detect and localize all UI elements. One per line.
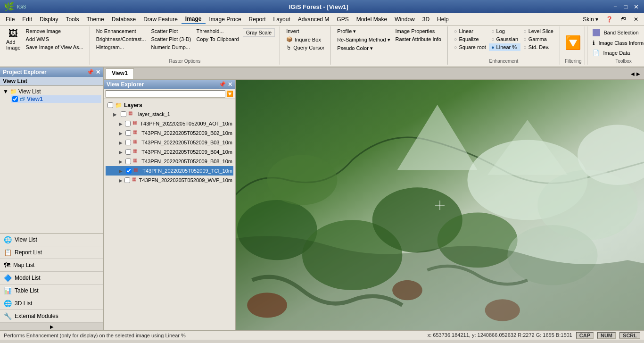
tab-view1[interactable]: View1 [106,68,134,79]
maximize-button[interactable]: □ [621,2,630,11]
menu-edit[interactable]: Edit [18,15,36,24]
log-button[interactable]: ○ Log [489,27,520,35]
gray-scale-button[interactable]: Gray Scale [243,28,275,37]
tree-view1[interactable]: 🗗 View1 [11,95,101,103]
menu-win-close2[interactable]: ✕ [630,15,642,24]
layer-item-b08[interactable]: ▶ ▦ T43PFN_20220205T052009_B08_10m [106,157,233,166]
menu-3d[interactable]: 3D [419,15,433,24]
band-selection-button[interactable]: Band Selection [590,27,641,38]
layer-search-input[interactable] [106,90,225,98]
invert-button[interactable]: Invert [284,27,327,35]
menu-image[interactable]: Image [182,15,206,24]
profile-button[interactable]: Profile ▾ [335,27,392,35]
add-image-button[interactable]: 🖼 AddImage [4,27,23,52]
map-area[interactable] [236,80,644,330]
save-image-button[interactable]: Save Image of View As... [24,43,86,51]
nav-map-list[interactable]: 🗺 Map List [0,259,103,272]
layer-expand-tci[interactable]: ▶ [119,168,124,174]
numeric-dump-button[interactable]: Numeric Dump... [149,43,193,51]
view1-checkbox[interactable] [12,96,18,102]
minimize-button[interactable]: − [611,2,619,11]
gamma-button[interactable]: ○ Gamma [521,35,556,43]
nav-3d-list[interactable]: 🌐 3D List [0,297,103,310]
view-explorer-close[interactable]: ✕ [228,81,232,88]
menu-tools[interactable]: Tools [62,15,83,24]
menu-database[interactable]: Database [108,15,140,24]
project-explorer-close[interactable]: ✕ [96,69,100,75]
image-class-info-button[interactable]: ℹ Image Class Information [590,38,644,48]
layer-item-tci[interactable]: ▶ ▦ T43PFN_20220205T052009_TCI_10m [106,166,233,176]
no-enhancement-button[interactable]: No Enhancement [94,27,149,35]
layer-item-b03[interactable]: ▶ ▦ T43PFN_20220205T052009_B03_10m [106,138,233,147]
resampling-button[interactable]: Re-Sampling Method ▾ [335,36,392,44]
nav-expand-btn[interactable]: ▶ [0,323,103,330]
linear-pct-button[interactable]: ● Linear % [489,43,520,51]
menu-image-processing[interactable]: Image Proce [206,15,245,24]
layer-aot-checkbox[interactable] [125,121,131,126]
layer-expand-b04[interactable]: ▶ [119,150,124,155]
layer-expand-b02[interactable]: ▶ [119,131,124,136]
menu-draw-feature[interactable]: Draw Feature [140,15,182,24]
layer-b03-checkbox[interactable] [125,140,131,145]
close-button[interactable]: ✕ [632,2,640,11]
layers-root[interactable]: 📁 Layers [106,101,233,109]
layer-expand-aot[interactable]: ▶ [119,121,123,126]
layer-expand-wvp[interactable]: ▶ [119,178,123,183]
inquire-box-button[interactable]: 📦 Inquire Box [284,35,327,43]
layer-expand-b03[interactable]: ▶ [119,140,124,145]
scatter-plot-button[interactable]: Scatter Plot [149,27,193,35]
remove-image-button[interactable]: Remove Image [24,27,86,35]
scatter-plot-3d-button[interactable]: Scatter Plot (3-D) [149,35,193,43]
nav-report-list[interactable]: 📋 Report List [0,246,103,259]
nav-view-list[interactable]: 🌐 View List [0,234,103,246]
project-explorer-pin[interactable]: 📌 [87,69,94,75]
layer-item-wvp[interactable]: ▶ ▦ T43PFN_20220205T052009_WVP_10m [106,176,233,185]
brightness-button[interactable]: Brightness/Contrast... [94,35,149,43]
level-slice-button[interactable]: ○ Level Slice [521,27,556,35]
layer-item-stack[interactable]: ▶ ▦ layer_stack_1 [106,109,233,119]
histogram-button[interactable]: Histogram... [94,43,149,51]
image-properties-button[interactable]: Image Properties [393,27,444,35]
tab-scroll-right[interactable]: ▶ [636,71,640,76]
layer-search-icon[interactable]: 🔽 [226,91,233,97]
nav-table-list[interactable]: 📊 Table List [0,284,103,297]
menu-help[interactable]: Help [433,15,453,24]
layer-expand-stack[interactable]: ▶ [113,112,119,117]
view-explorer-pin[interactable]: 📌 [219,81,226,88]
layer-stack-checkbox[interactable] [121,111,126,117]
layer-tci-checkbox[interactable] [126,168,132,174]
pseudo-color-button[interactable]: Pseudo Color ▾ [335,44,392,52]
menu-display[interactable]: Display [36,15,62,24]
square-root-button[interactable]: ○ Square root [452,43,488,51]
menu-help-icon[interactable]: ❓ [602,15,617,24]
menu-file[interactable]: File [2,15,18,24]
layer-item-b02[interactable]: ▶ ▦ T43PFN_20220205T052009_B02_10m [106,128,233,138]
add-wms-button[interactable]: Add WMS [24,35,86,43]
menu-advanced-m[interactable]: Advanced M [294,15,333,24]
layer-b08-checkbox[interactable] [125,159,131,164]
menu-theme[interactable]: Theme [83,15,107,24]
layer-wvp-checkbox[interactable] [124,177,130,183]
menu-layout[interactable]: Layout [270,15,294,24]
std-dev-button[interactable]: ○ Std. Dev. [521,43,556,51]
linear-button[interactable]: ○ Linear [452,27,488,35]
layer-b02-checkbox[interactable] [125,130,131,136]
layer-item-b04[interactable]: ▶ ▦ T43PFN_20220205T052009_B04_10m [106,147,233,157]
layers-root-checkbox[interactable] [107,102,113,108]
menu-gps[interactable]: GPS [333,15,352,24]
raster-attribute-button[interactable]: Raster Attribute Info [393,35,444,43]
threshold-button[interactable]: Threshold... [194,27,241,35]
menu-win-restore[interactable]: 🗗 [617,15,630,24]
gaussian-button[interactable]: ○ Gaussian [489,35,520,43]
tree-view-list[interactable]: ▼ 📁 View List [2,88,101,95]
menu-window[interactable]: Window [391,15,419,24]
menu-skin[interactable]: Skin ▾ [579,15,602,24]
equalize-button[interactable]: ○ Equalize [452,35,488,43]
copy-clipboard-button[interactable]: Copy To Clipboard [194,35,241,43]
menu-report[interactable]: Report [245,15,270,24]
filtering-button[interactable]: 🔽 [565,35,581,50]
tab-scroll-left[interactable]: ◀ [631,71,635,76]
query-cursor-button[interactable]: 🖱 Query Cursor [284,44,327,51]
image-data-button[interactable]: 📄 Image Data [590,48,633,58]
nav-model-list[interactable]: 🔷 Model List [0,272,103,284]
